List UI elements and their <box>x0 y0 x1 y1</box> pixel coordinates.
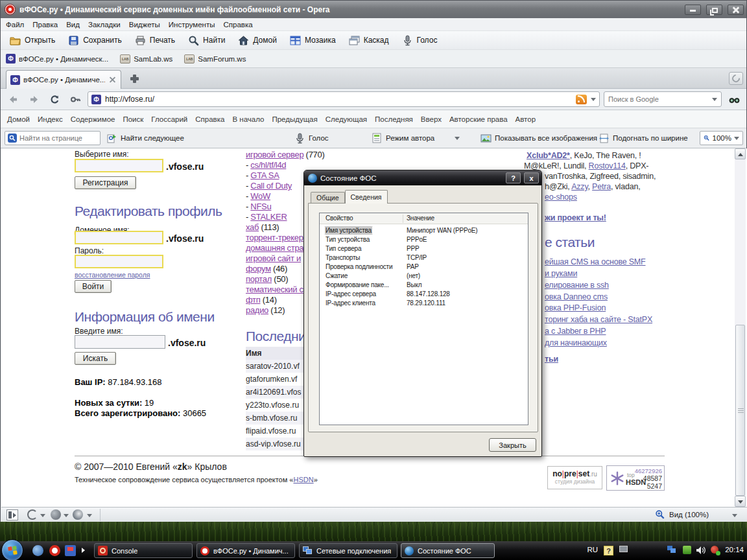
restore-button[interactable] <box>706 5 722 15</box>
nopreset-badge[interactable]: no|pre|set.ru студия дизайна <box>547 466 602 489</box>
scroll-down-arrow[interactable] <box>735 496 746 507</box>
cat-stalker[interactable]: - STALKER <box>246 212 287 222</box>
login-button[interactable]: Войти <box>75 280 112 293</box>
nav-index[interactable]: Индекс <box>38 115 63 123</box>
author-mode-button[interactable]: Режим автора <box>372 128 434 148</box>
search-field[interactable] <box>604 91 722 107</box>
cat-nfsu[interactable]: - NFSu <box>246 202 271 211</box>
article-link[interactable]: и руками <box>545 269 577 278</box>
new-tab-button[interactable] <box>128 73 142 85</box>
web-dropdown-icon[interactable] <box>87 514 92 517</box>
tray-window-icon[interactable] <box>619 546 628 552</box>
menu-bookmarks[interactable]: Закладки <box>88 21 121 29</box>
tab-general[interactable]: Общие <box>311 192 345 204</box>
property-row[interactable]: Тип сервераPPP <box>320 245 528 254</box>
view-zoom-label[interactable]: Вид (100%) <box>669 511 709 519</box>
cat-cs[interactable]: - cs/hl/tf/l4d <box>246 160 286 170</box>
cat-gta[interactable]: - GTA SA <box>246 170 279 180</box>
binoculars-button[interactable] <box>726 91 742 107</box>
enter-name-input[interactable] <box>75 335 165 349</box>
print-button[interactable]: Печать <box>128 32 182 49</box>
page-scrollbar[interactable] <box>735 148 746 507</box>
nav-home[interactable]: Домой <box>7 115 30 123</box>
find-input-wrap[interactable] <box>5 131 101 145</box>
support-project-link[interactable]: жи проект и ты! <box>545 213 606 222</box>
password-recovery-link[interactable]: восстановление пароля <box>75 271 150 279</box>
cat-portal[interactable]: портал (50) <box>246 274 288 284</box>
search-input[interactable] <box>608 95 709 103</box>
property-row[interactable]: ТранспортыTCP/IP <box>320 254 528 263</box>
cat-wow[interactable]: - WoW <box>246 191 270 201</box>
article-link[interactable]: елирование в ssh <box>545 281 609 290</box>
home-button[interactable]: Домой <box>231 32 283 49</box>
all-articles-link[interactable]: тьи <box>545 355 558 364</box>
article-link[interactable]: овка Danneo cms <box>545 292 608 301</box>
hsdn-badge[interactable]: top HSDN 46272926 48587 5247 <box>606 465 665 491</box>
show-images-button[interactable]: Показывать все изображения <box>480 128 597 148</box>
cat-homepage[interactable]: домашняя стра <box>246 243 303 253</box>
domain-name-input[interactable] <box>75 231 163 244</box>
forward-button[interactable] <box>25 91 42 107</box>
reload-button[interactable] <box>46 91 63 107</box>
property-row[interactable]: Формирование паке...Выкл <box>320 281 528 290</box>
cascade-button[interactable]: Каскад <box>342 32 396 49</box>
nav-next[interactable]: Следующая <box>326 115 367 123</box>
turbo-icon[interactable] <box>51 509 61 520</box>
nav-author[interactable]: Автор <box>516 115 536 123</box>
taskbar-task-network[interactable]: Сетевые подключения <box>299 543 397 558</box>
taskbar-task-opera[interactable]: вФОСе.ру • Динамич... <box>196 543 295 558</box>
tray-update-icon[interactable] <box>683 546 691 554</box>
nav-last[interactable]: Последняя <box>375 115 413 123</box>
property-row[interactable]: Сжатие(нет) <box>320 272 528 281</box>
bookmark-samforum[interactable]: LAB SamForum.ws <box>184 54 246 64</box>
wand-button[interactable] <box>67 91 84 107</box>
nav-up[interactable]: Вверх <box>421 115 442 123</box>
nav-glossary[interactable]: Глоссарий <box>151 115 187 123</box>
start-button[interactable] <box>1 539 23 560</box>
closed-tabs-button[interactable] <box>729 72 743 85</box>
scroll-up-arrow[interactable] <box>735 148 746 159</box>
tray-volume-icon[interactable] <box>696 546 706 556</box>
article-link[interactable]: для начинающих <box>545 338 607 347</box>
quicklaunch-save-icon[interactable] <box>65 545 76 556</box>
nav-start[interactable]: В начало <box>232 115 264 123</box>
tab-details[interactable]: Сведения <box>345 190 388 204</box>
taskbar-task-status[interactable]: Состояние ФОС <box>401 543 495 558</box>
menu-file[interactable]: Файл <box>6 21 24 29</box>
dialog-close-button[interactable]: x <box>524 172 539 183</box>
back-button[interactable] <box>5 91 21 107</box>
nav-prev[interactable]: Предыдущая <box>272 115 317 123</box>
tray-app-icon[interactable] <box>711 546 718 554</box>
panels-toggle-button[interactable] <box>6 509 18 520</box>
property-row[interactable]: Тип устройстваPPPoE <box>320 236 528 245</box>
voice-item[interactable]: Голос <box>294 128 329 148</box>
nav-copyright[interactable]: Авторские права <box>449 115 508 123</box>
fit-width-button[interactable]: Подогнать по ширине <box>599 128 688 148</box>
menu-edit[interactable]: Правка <box>32 21 58 29</box>
tab-close-icon[interactable] <box>108 76 117 84</box>
cat-thematic[interactable]: тематический с <box>246 285 303 294</box>
voice-button[interactable]: Голос <box>396 32 444 49</box>
menu-view[interactable]: Вид <box>66 21 80 29</box>
article-link[interactable]: овка PHP-Fusion <box>545 303 606 312</box>
cat-forum[interactable]: форум (46) <box>246 264 287 274</box>
rss-dropdown-icon[interactable] <box>591 98 596 101</box>
password-input[interactable] <box>75 255 163 268</box>
tab-vfose[interactable]: Ф вФОСе.ру • Динамиче... <box>6 70 121 89</box>
quicklaunch-opera-icon[interactable] <box>49 545 60 556</box>
find-on-page-input[interactable] <box>19 134 97 142</box>
quicklaunch-messenger-icon[interactable] <box>32 545 43 556</box>
sync-dropdown-icon[interactable] <box>40 514 45 517</box>
article-link[interactable]: а с Jabber в PHP <box>545 327 606 336</box>
choose-name-input[interactable] <box>75 159 163 172</box>
bookmark-vfose[interactable]: Ф вФОСе.ру • Динамическ... <box>6 54 108 64</box>
tray-network-icon[interactable] <box>667 546 677 554</box>
property-row[interactable]: IP-адрес сервера88.147.128.128 <box>320 290 528 299</box>
minimize-button[interactable] <box>685 5 701 15</box>
nav-search[interactable]: Поиск <box>123 115 143 123</box>
quicklaunch-expand-icon[interactable] <box>82 545 88 556</box>
search-dropdown-icon[interactable] <box>712 98 717 101</box>
dialog-help-button[interactable]: ? <box>506 172 521 183</box>
menu-widgets[interactable]: Виджеты <box>129 21 160 29</box>
taskbar-task-console[interactable]: Console <box>94 543 193 558</box>
